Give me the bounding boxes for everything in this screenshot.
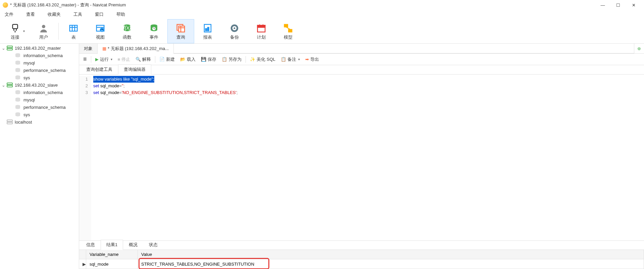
toolbar-event[interactable]: 事件	[141, 19, 167, 43]
menu-3[interactable]: 工具	[72, 11, 84, 18]
saveas-button[interactable]: 📋 另存为	[220, 56, 243, 63]
sql-editor[interactable]: 123 show variables like "sql_mode";set s…	[79, 75, 644, 240]
code-line[interactable]: set sql_mode='';	[93, 83, 238, 89]
schema-icon	[15, 97, 21, 102]
svg-rect-0	[12, 24, 17, 29]
maximize-button[interactable]: ☐	[610, 0, 626, 10]
play-icon: ▶	[95, 57, 99, 62]
run-label: 运行	[100, 56, 109, 62]
save-icon: 💾	[201, 57, 206, 62]
save-label: 保存	[208, 56, 216, 62]
stop-icon: ■	[118, 57, 120, 62]
cell-variable-name[interactable]: sql_mode	[86, 259, 138, 269]
schema-name: sys	[23, 112, 30, 117]
code-line[interactable]: set sql_mode='NO_ENGINE_SUBSTITUTION,STR…	[93, 89, 238, 96]
plug-icon	[9, 22, 21, 34]
schema-name: information_schema	[23, 53, 63, 58]
schema-name: information_schema	[23, 90, 63, 95]
toolbar-table[interactable]: 表	[60, 19, 87, 43]
inner-tab-0[interactable]: 查询创建工具	[80, 64, 118, 74]
app-icon	[3, 2, 8, 8]
result-tab-3[interactable]: 状态	[143, 240, 163, 250]
toolbar-query[interactable]: 查询	[167, 19, 194, 43]
menubar: 文件查看收藏夹工具窗口帮助	[0, 10, 644, 19]
toolbar-user[interactable]: 用户	[30, 19, 57, 43]
document-tabs: 对象▦* 无标题 (192.168.43.202_ma...⊕	[79, 44, 644, 54]
toolbar-view[interactable]: 视图	[87, 19, 114, 43]
result-tab-2[interactable]: 概况	[123, 240, 143, 250]
toolbar-plug[interactable]: 连接▾	[3, 19, 30, 43]
schema-node[interactable]: performance_schema	[0, 66, 79, 74]
schema-node[interactable]: sys	[0, 74, 79, 81]
schema-node[interactable]: mysql	[0, 59, 79, 66]
new-button[interactable]: 📄 新建	[158, 56, 176, 63]
svg-text:f(x): f(x)	[123, 24, 131, 30]
toolbar-backup[interactable]: 备份	[221, 19, 248, 43]
column-header[interactable]: Value	[138, 250, 644, 259]
toolbar-report[interactable]: 报表	[194, 19, 221, 43]
tab-objects[interactable]: 对象	[79, 44, 98, 53]
close-button[interactable]: ✕	[626, 0, 641, 10]
plus-icon: ⊕	[637, 46, 641, 51]
line-gutter: 123	[79, 76, 91, 240]
explain-button[interactable]: 🔍 解释	[134, 56, 152, 63]
notes-button[interactable]: 📋 备注 ▾	[279, 56, 301, 63]
menu-5[interactable]: 帮助	[115, 11, 126, 18]
toolbar-model[interactable]: 模型	[275, 19, 302, 43]
add-tab-button[interactable]: ⊕	[634, 44, 644, 53]
toolbar-label: 事件	[150, 34, 158, 40]
toolbar-label: 连接	[11, 34, 19, 40]
inner-tab-1[interactable]: 查询编辑器	[118, 64, 151, 75]
menu-button[interactable]: ≡	[82, 55, 88, 63]
code-line[interactable]: show variables like "sql_mode";	[93, 76, 154, 83]
load-button[interactable]: 📂 载入	[179, 56, 197, 63]
svg-rect-38	[7, 48, 12, 50]
result-tab-0[interactable]: 信息	[80, 240, 101, 250]
line-number: 1	[79, 76, 88, 83]
run-button[interactable]: ▶ 运行 ▾	[94, 56, 114, 63]
beautify-button[interactable]: ✨ 美化 SQL	[249, 56, 277, 63]
main-toolbar: 连接▾用户表视图f(x)函数事件查询报表备份计划模型	[0, 19, 644, 44]
tree-toggle[interactable]: ⌄	[1, 83, 6, 88]
tab-query[interactable]: ▦* 无标题 (192.168.43.202_ma...	[98, 44, 174, 54]
tab-label: 对象	[84, 46, 93, 52]
code-area[interactable]: show variables like "sql_mode";set sql_m…	[91, 76, 238, 240]
cell-value-text: STRICT_TRANS_TABLES,NO_ENGINE_SUBSTITUTI…	[141, 262, 254, 267]
load-icon: 📂	[180, 57, 185, 62]
menu-4[interactable]: 窗口	[94, 11, 105, 18]
schema-node[interactable]: mysql	[0, 96, 79, 103]
toolbar-schedule[interactable]: 计划	[248, 19, 275, 43]
query-subtabs: 查询创建工具查询编辑器	[79, 65, 644, 75]
schema-icon	[15, 75, 21, 80]
stop-button[interactable]: ■ 停止	[116, 56, 132, 63]
query-icon	[175, 22, 187, 34]
schema-node[interactable]: information_schema	[0, 52, 79, 59]
schema-icon	[15, 90, 21, 95]
grid-row[interactable]: ▶ sql_mode STRICT_TRANS_TABLES,NO_ENGINE…	[79, 259, 644, 269]
menu-0[interactable]: 文件	[3, 11, 15, 18]
window-title: * 无标题 (192.168.43.202_master) - 查询 - Nav…	[10, 2, 595, 8]
connection-node[interactable]: localhost	[0, 118, 79, 126]
menu-1[interactable]: 查看	[25, 11, 36, 18]
toolbar-fx[interactable]: f(x)函数	[114, 19, 141, 43]
schema-name: performance_schema	[23, 105, 66, 110]
cell-value[interactable]: STRICT_TRANS_TABLES,NO_ENGINE_SUBSTITUTI…	[138, 259, 644, 269]
titlebar: * 无标题 (192.168.43.202_master) - 查询 - Nav…	[0, 0, 644, 10]
schema-node[interactable]: sys	[0, 111, 79, 118]
schema-icon	[15, 60, 21, 65]
menu-2[interactable]: 收藏夹	[46, 11, 62, 18]
schema-node[interactable]: performance_schema	[0, 103, 79, 111]
schema-node[interactable]: information_schema	[0, 89, 79, 96]
result-tab-1[interactable]: 结果1	[101, 240, 123, 250]
minimize-button[interactable]: —	[595, 0, 610, 10]
save-button[interactable]: 💾 保存	[200, 56, 218, 63]
tree-toggle[interactable]: ⌄	[1, 46, 6, 51]
export-button[interactable]: ➡ 导出	[304, 56, 320, 63]
export-label: 导出	[310, 56, 319, 62]
connection-node[interactable]: ⌄192.168.43.202_master	[0, 44, 79, 52]
column-header[interactable]: Variable_name	[86, 250, 138, 259]
toolbar-label: 用户	[39, 34, 48, 40]
schema-name: sys	[23, 75, 30, 80]
connection-node[interactable]: ⌄192.168.43.202_slave	[0, 81, 79, 89]
fx-icon: f(x)	[121, 22, 133, 34]
